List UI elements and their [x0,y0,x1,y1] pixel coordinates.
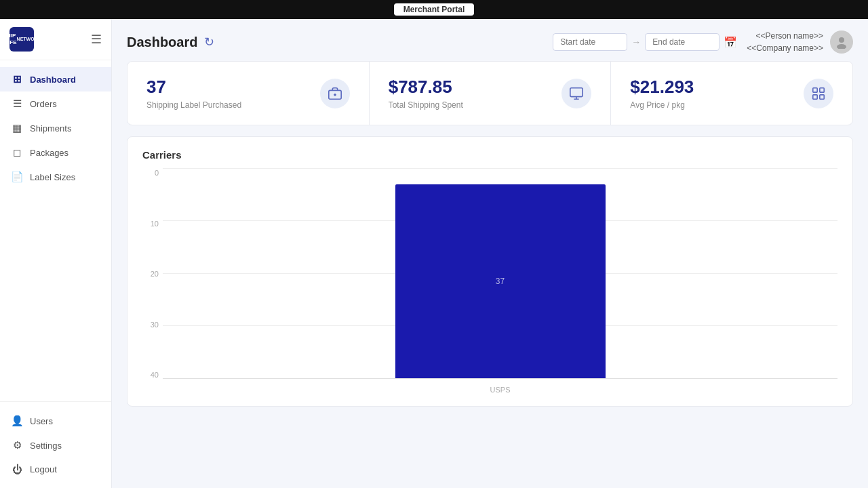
stat-label-avg: Avg Price / pkg [630,100,694,110]
hamburger-button[interactable]: ☰ [91,32,102,47]
label-sizes-icon: 📄 [11,171,23,183]
svg-point-1 [837,44,846,49]
chart-wrapper: 40 30 20 10 0 [142,169,837,399]
x-labels: USPS [163,380,837,399]
stat-card-spent: $787.85 Total Shipping Spent [370,62,612,125]
sidebar-nav: ⊞ Dashboard ☰ Orders ▦ Shipments ◻ Packa… [0,60,111,401]
merchant-portal-button[interactable]: Merchant Portal [394,3,475,16]
end-date-input[interactable] [645,33,719,51]
sidebar-item-shipments[interactable]: ▦ Shipments [0,116,111,140]
stat-info-labels: 37 Shipping Label Purchased [146,77,241,110]
orders-icon: ☰ [11,98,23,110]
settings-icon: ⚙ [11,439,23,451]
y-label-20: 20 [151,270,159,278]
calendar-button[interactable]: 📅 [724,36,737,49]
user-text: <<Person name>> <<Company name>> [747,30,823,54]
sidebar-item-dashboard[interactable]: ⊞ Dashboard [0,67,111,92]
stat-value-labels: 37 [146,77,241,98]
svg-point-0 [839,37,844,43]
dashboard-icon: ⊞ [11,73,23,85]
svg-rect-10 [813,94,817,98]
stat-icon-labels [320,79,350,108]
users-icon: 👤 [11,415,23,427]
sidebar-item-label-sizes[interactable]: 📄 Label Sizes [0,165,111,189]
logo-text-line1: SHIP SAFE [2,33,16,45]
sidebar-label-dashboard: Dashboard [30,75,76,85]
sidebar: SHIP SAFE NETWORK ☰ ⊞ Dashboard ☰ Orders… [0,19,112,488]
stat-card-avg: $21.293 Avg Price / pkg [611,62,852,125]
date-range-row: → 📅 [553,33,737,51]
logout-icon: ⏻ [11,464,23,475]
user-info: <<Person name>> <<Company name>> [747,30,853,54]
stat-icon-spent [561,79,591,108]
sidebar-item-settings[interactable]: ⚙ Settings [0,433,111,458]
stat-value-avg: $21.293 [630,77,694,98]
sidebar-item-orders[interactable]: ☰ Orders [0,92,111,116]
page-title-row: Dashboard ↻ [127,35,214,50]
sidebar-label-orders: Orders [30,99,57,109]
page-title: Dashboard [127,35,197,50]
chart-title: Carriers [142,149,837,161]
user-person-name: <<Person name>> [747,30,823,42]
stat-info-avg: $21.293 Avg Price / pkg [630,77,694,110]
y-label-40: 40 [151,371,159,379]
content-header: Dashboard ↻ → 📅 <<Person name>> <<Compan… [112,19,868,61]
avatar [830,30,853,54]
sidebar-label-shipments: Shipments [30,123,71,134]
svg-rect-5 [570,87,583,96]
sidebar-label-packages: Packages [30,148,68,158]
svg-rect-8 [813,87,817,92]
logo-area: SHIP SAFE NETWORK ☰ [0,19,111,60]
sidebar-label-logout: Logout [30,464,57,474]
sidebar-item-logout[interactable]: ⏻ Logout [0,458,111,481]
y-label-10: 10 [151,220,159,228]
topbar: Merchant Portal [0,0,868,19]
content-area: Dashboard ↻ → 📅 <<Person name>> <<Compan… [112,19,868,488]
svg-rect-9 [820,87,824,92]
stats-row: 37 Shipping Label Purchased $787.85 Tota… [127,61,853,125]
sidebar-item-users[interactable]: 👤 Users [0,409,111,433]
stat-card-labels: 37 Shipping Label Purchased [127,62,370,125]
y-label-30: 30 [151,321,159,329]
refresh-button[interactable]: ↻ [204,35,214,49]
shipments-icon: ▦ [11,122,23,134]
chart-section: Carriers 40 30 20 10 0 [127,136,853,407]
chart-grid-area: 37 [163,169,837,379]
sidebar-bottom: 👤 Users ⚙ Settings ⏻ Logout [0,401,111,488]
stat-label-spent: Total Shipping Spent [389,100,463,110]
bar-container: 37 [163,169,837,378]
date-arrow-icon: → [631,37,641,47]
user-company-name: <<Company name>> [747,42,823,54]
y-label-0: 0 [155,169,159,177]
stat-value-spent: $787.85 [389,77,463,98]
logo-icon: SHIP SAFE NETWORK [9,27,34,52]
svg-rect-11 [820,94,824,98]
sidebar-label-users: Users [30,416,53,426]
content-scroll: 37 Shipping Label Purchased $787.85 Tota… [112,61,868,488]
sidebar-item-packages[interactable]: ◻ Packages [0,140,111,165]
sidebar-label-settings: Settings [30,441,62,451]
bar-value-label: 37 [496,277,505,286]
packages-icon: ◻ [11,146,23,159]
x-label-usps: USPS [395,386,606,394]
stat-info-spent: $787.85 Total Shipping Spent [389,77,463,110]
stat-label-labels: Shipping Label Purchased [146,100,241,110]
start-date-input[interactable] [553,33,627,51]
stat-icon-avg [804,79,833,108]
bar-usps: 37 [395,184,606,378]
sidebar-label-label-sizes: Label Sizes [30,172,75,182]
y-axis: 40 30 20 10 0 [142,169,163,379]
logo-text-line2: NETWORK [17,37,41,42]
